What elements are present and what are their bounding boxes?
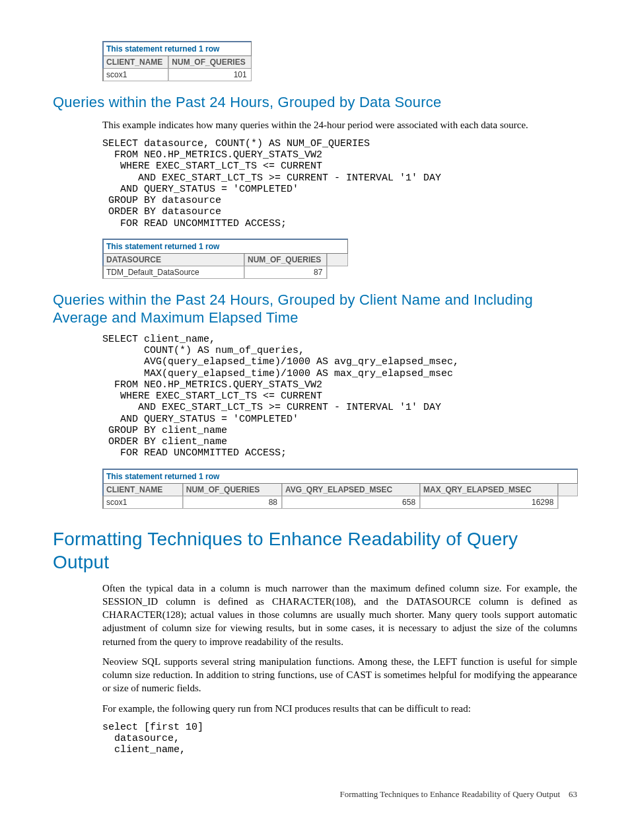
result-caption: This statement returned 1 row — [102, 239, 348, 254]
col-spacer — [558, 484, 578, 496]
cell-client-name: scox1 — [102, 69, 168, 81]
col-header: NUM_OF_QUERIES — [183, 484, 282, 496]
footer-title: Formatting Techniques to Enhance Readabi… — [339, 789, 560, 799]
result-table-datasource: This statement returned 1 row DATASOURCE… — [102, 239, 348, 279]
heading-grouped-by-datasource: Queries within the Past 24 Hours, Groupe… — [53, 93, 577, 112]
code-block-clientname-query: SELECT client_name, COUNT(*) AS num_of_q… — [102, 334, 577, 459]
cell-spacer — [558, 496, 578, 509]
cell-avg-elapsed: 658 — [282, 496, 420, 509]
table-row: scox1 101 — [102, 69, 252, 81]
code-block-datasource-query: SELECT datasource, COUNT(*) AS NUM_OF_QU… — [102, 138, 577, 229]
col-header: CLIENT_NAME — [102, 484, 183, 496]
result-caption: This statement returned 1 row — [102, 469, 578, 484]
col-header: CLIENT_NAME — [102, 56, 168, 69]
col-header: AVG_QRY_ELAPSED_MSEC — [282, 484, 420, 496]
para-formatting-1: Often the typical data in a column is mu… — [102, 582, 577, 648]
para-formatting-3: For example, the following query run fro… — [102, 702, 577, 715]
result-table-clientname-elapsed: This statement returned 1 row CLIENT_NAM… — [102, 469, 578, 509]
cell-client-name: scox1 — [102, 496, 183, 509]
para-intro-datasource: This example indicates how many queries … — [102, 118, 577, 132]
heading-formatting-techniques: Formatting Techniques to Enhance Readabi… — [53, 527, 577, 574]
col-header: NUM_OF_QUERIES — [168, 56, 251, 69]
col-header: DATASOURCE — [102, 254, 244, 266]
cell-num-queries: 87 — [244, 266, 327, 279]
code-block-first10: select [first 10] datasource, client_nam… — [102, 722, 577, 756]
page-footer: Formatting Techniques to Enhance Readabi… — [53, 789, 577, 800]
cell-num-queries: 101 — [168, 69, 251, 81]
cell-datasource: TDM_Default_DataSource — [102, 266, 244, 279]
col-header: NUM_OF_QUERIES — [244, 254, 327, 266]
para-formatting-2: Neoview SQL supports several string mani… — [102, 655, 577, 695]
result-caption: This statement returned 1 row — [102, 41, 252, 56]
col-header: MAX_QRY_ELAPSED_MSEC — [420, 484, 558, 496]
table-row: TDM_Default_DataSource 87 — [102, 266, 348, 279]
col-spacer — [327, 254, 348, 266]
result-table-client-queries: This statement returned 1 row CLIENT_NAM… — [102, 41, 252, 81]
cell-max-elapsed: 16298 — [420, 496, 558, 509]
cell-spacer — [327, 266, 348, 279]
cell-num-queries: 88 — [183, 496, 282, 509]
page-number: 63 — [569, 789, 577, 799]
heading-grouped-clientname-elapsed: Queries within the Past 24 Hours, Groupe… — [53, 291, 577, 327]
table-row: scox1 88 658 16298 — [102, 496, 578, 509]
